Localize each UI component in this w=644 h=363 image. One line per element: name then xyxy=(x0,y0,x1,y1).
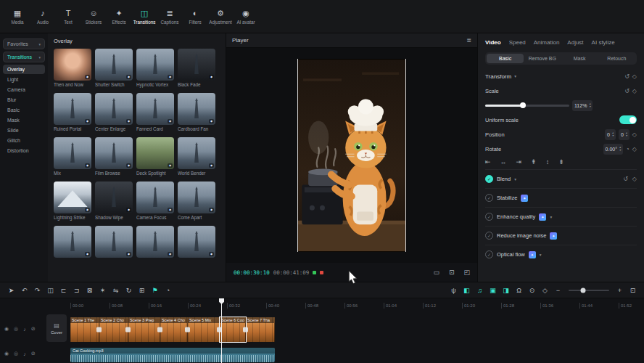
video-record-track[interactable]: ◉ xyxy=(4,326,9,332)
sidebar-item-mask[interactable]: Mask xyxy=(3,115,45,125)
tool-trim-right[interactable]: ⊐ xyxy=(71,285,82,296)
player-menu-icon[interactable]: ≣ xyxy=(466,37,471,44)
transition-item[interactable] xyxy=(178,226,215,265)
playhead[interactable] xyxy=(221,298,222,363)
tool-mirror[interactable]: ⇋ xyxy=(110,285,121,296)
transition-item[interactable]: Mix xyxy=(54,137,91,176)
zoom-out-button[interactable]: − xyxy=(553,285,564,296)
subtab-mask[interactable]: Mask xyxy=(561,54,598,63)
tool-freeze-frame[interactable]: ✶ xyxy=(97,285,108,296)
transition-item[interactable] xyxy=(95,226,133,265)
transition-item[interactable]: Camera Focus xyxy=(136,182,174,221)
tool-split[interactable]: ◫ xyxy=(45,285,56,296)
stepper-down-icon[interactable]: ▾ xyxy=(619,149,621,152)
tab-adjust[interactable]: Adjust xyxy=(567,39,583,46)
toolbar-item-captions[interactable]: ≣ Captions xyxy=(158,7,181,26)
audio-record-track[interactable]: ◉ xyxy=(4,351,9,356)
reset-icon[interactable]: ↺ xyxy=(623,176,628,182)
aspect-ratio-icon[interactable]: ▭ xyxy=(433,269,439,276)
video-preview[interactable] xyxy=(297,59,406,252)
timeline-clip[interactable]: Scene 2 Cho xyxy=(99,317,128,342)
fit-timeline-button[interactable]: ⊡ xyxy=(627,285,638,296)
feature-checkbox[interactable]: ✓ xyxy=(485,175,493,183)
tool-speed-ramp[interactable]: ◔ xyxy=(162,285,173,296)
sidebar-item-overlay[interactable]: Overlay xyxy=(3,65,45,74)
timeline-clip[interactable]: Scene 5 Mix xyxy=(188,317,220,342)
snapshot-icon[interactable]: ⊡ xyxy=(449,269,455,276)
transition-item[interactable] xyxy=(136,226,174,265)
tool-link-clips[interactable]: ⊙ xyxy=(527,285,537,296)
transition-item[interactable]: Cardboard Fan xyxy=(178,93,215,132)
tool-text-track-toggle[interactable]: ▣ xyxy=(487,285,498,296)
feature-checkbox[interactable]: ✓ xyxy=(485,213,493,221)
feature-blend[interactable]: ✓ Blend ▾ ↺ ◇ xyxy=(485,169,637,188)
tool-crop[interactable]: ⊞ xyxy=(136,285,147,296)
subtab-basic[interactable]: Basic xyxy=(487,54,524,63)
timeline-clip[interactable]: Scene 3 Prep xyxy=(128,317,160,342)
align-top[interactable]: ⇞ xyxy=(531,158,537,166)
subtab-retouch[interactable]: Retouch xyxy=(598,54,635,63)
reset-scale-icon[interactable]: ↺ xyxy=(624,88,629,94)
toolbar-item-transitions[interactable]: ◫ Transitions xyxy=(133,7,156,26)
sidebar-item-basic[interactable]: Basic xyxy=(3,105,45,115)
feature-checkbox[interactable]: ✓ xyxy=(485,232,493,240)
feature-checkbox[interactable]: ✓ xyxy=(485,250,493,258)
stepper-down-icon[interactable]: ▾ xyxy=(589,105,590,108)
stepper-down-icon[interactable]: ▾ xyxy=(626,134,627,137)
tab-ai-stylize[interactable]: AI stylize xyxy=(592,39,615,46)
transition-item[interactable]: Black Fade xyxy=(178,49,215,88)
audio-hide-track[interactable]: ◎ xyxy=(14,351,18,356)
position-x-input[interactable]: 0 ▴ ▾ xyxy=(605,129,616,140)
transition-item[interactable]: Deck Spotlight xyxy=(136,137,174,176)
zoom-slider-knob[interactable] xyxy=(580,287,585,293)
tool-delete[interactable]: ⊠ xyxy=(84,285,95,296)
cover-button[interactable]: ▤ Cover xyxy=(46,314,67,342)
feature-stabilize[interactable]: ✓ Stabilize ✦ xyxy=(485,188,637,207)
tool-select-tool[interactable]: ➤ xyxy=(6,285,17,296)
transition-item[interactable]: Lightning Strike xyxy=(54,182,91,221)
align-bottom[interactable]: ⇟ xyxy=(558,158,564,166)
feature-optical-flow[interactable]: ✓ Optical flow ✦ ▾ xyxy=(485,245,637,264)
tool-trim-left[interactable]: ⊏ xyxy=(58,285,69,296)
align-left[interactable]: ⇤ xyxy=(485,158,491,166)
rotate-dial-icon[interactable]: ◔ xyxy=(626,146,629,152)
position-keyframe-icon[interactable]: ◇ xyxy=(632,131,637,138)
scale-keyframe-icon[interactable]: ◇ xyxy=(632,88,637,94)
position-y-stepper[interactable]: ▴ ▾ xyxy=(626,131,627,137)
toolbar-item-ai-avatar[interactable]: ◉ AI avatar xyxy=(234,7,257,26)
transition-item[interactable]: Center Enlarge xyxy=(95,93,133,132)
chevron-down-icon[interactable]: ▾ xyxy=(514,74,516,78)
position-x-stepper[interactable]: ▴ ▾ xyxy=(612,131,614,137)
timeline-ruler[interactable]: 00:0000:0800:1600:2400:3200:4000:4800:56… xyxy=(0,298,644,309)
transition-item[interactable]: Ruined Portal xyxy=(54,93,91,132)
toolbar-item-stickers[interactable]: ☺ Stickers xyxy=(82,7,105,26)
rotate-value-input[interactable]: 0.00° ▴ ▾ xyxy=(603,144,623,155)
timeline-clip[interactable]: Scene 1 The xyxy=(70,317,99,342)
stepper-down-icon[interactable]: ▾ xyxy=(612,134,614,137)
tool-undo[interactable]: ↶ xyxy=(19,285,30,296)
transition-item[interactable]: Film Browse xyxy=(95,137,133,176)
tool-main-track-toggle[interactable]: ◧ xyxy=(461,285,472,296)
transition-item[interactable]: Shutter Switch xyxy=(95,49,133,88)
align-middle-v[interactable]: ↕ xyxy=(546,158,550,166)
timeline-zoom-slider[interactable] xyxy=(569,290,609,291)
sidebar-item-glitch[interactable]: Glitch xyxy=(3,136,45,145)
transition-item[interactable]: Then and Now xyxy=(54,49,91,88)
rotate-keyframe-icon[interactable]: ◇ xyxy=(632,146,637,152)
scale-slider-knob[interactable] xyxy=(520,102,526,108)
sidebar-item-transitions[interactable]: Transitions ▾ xyxy=(3,52,45,62)
sidebar-item-distortion[interactable]: Distortion xyxy=(3,146,45,155)
chevron-down-icon[interactable]: ▾ xyxy=(540,253,542,257)
sidebar-item-slide[interactable]: Slide xyxy=(3,126,45,135)
toolbar-item-effects[interactable]: ✦ Effects xyxy=(107,7,131,26)
chevron-down-icon[interactable]: ▾ xyxy=(514,177,516,182)
tool-audio-track-toggle[interactable]: ♫ xyxy=(474,285,485,296)
transition-item[interactable]: Fanned Card xyxy=(136,93,174,132)
transition-item[interactable]: World Bender xyxy=(178,137,215,176)
video-hide-track[interactable]: ◎ xyxy=(14,326,18,332)
sidebar-item-light[interactable]: Light xyxy=(3,75,45,84)
audio-mute-track[interactable]: ♪ xyxy=(23,351,26,356)
sidebar-item-favorites[interactable]: Favorites ▾ xyxy=(3,38,45,49)
transform-keyframe-icon[interactable]: ◇ xyxy=(632,73,637,80)
transition-item[interactable]: Hypnotic Vortex xyxy=(136,49,174,88)
